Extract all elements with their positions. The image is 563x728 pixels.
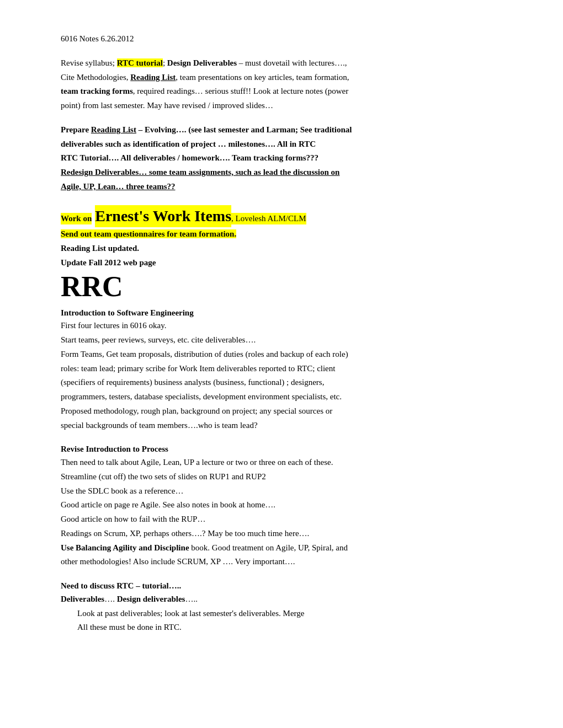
rrc-title: RRC — [61, 271, 502, 302]
line3-suffix: , required readings… serious stuff!! Loo… — [133, 87, 348, 95]
line2-suffix: , team presentations on key articles, te… — [176, 73, 349, 82]
prepare-label: Prepare — [61, 125, 91, 134]
design-deliverables-label: Design deliverables — [117, 595, 185, 603]
section4-header: Introduction to Software Engineering — [61, 307, 502, 319]
semicolon-space: ; — [163, 58, 167, 67]
reading-list-underline: Reading List — [91, 125, 136, 134]
page-content: 6016 Notes 6.26.2012 Revise syllabus; RT… — [61, 33, 502, 634]
section4-line4: roles: team lead; primary scribe for Wor… — [61, 363, 502, 375]
section4-line3: Form Teams, Get team proposals, distribu… — [61, 349, 502, 361]
section1-line4: point) from last semester. May have revi… — [61, 100, 502, 112]
section5-line4: Good article on page re Agile. See also … — [61, 499, 502, 511]
line7-suffix: book. Good treatment on Agile, UP, Spira… — [189, 543, 348, 552]
deliverables-label: Deliverables — [61, 595, 104, 603]
update-webpage: Update Fall 2012 web page — [61, 257, 502, 269]
section4-line1: First four lectures in 6016 okay. — [61, 320, 502, 332]
section5-line6: Readings on Scrum, XP, perhaps others….?… — [61, 528, 502, 540]
section5: Revise Introduction to Process Then need… — [61, 443, 502, 568]
section6-header1: Need to discuss RTC – tutorial….. — [61, 580, 502, 592]
section6-line1: Look at past deliverables; look at last … — [61, 608, 502, 620]
section5-line8: other methodologies! Also include SCRUM,… — [61, 556, 502, 568]
rtc-tutorial-text: RTC tutorial — [117, 58, 163, 67]
section1-line2: Cite Methodologies, Reading List, team p… — [61, 72, 502, 84]
reading-list-updated: Reading List updated. — [61, 243, 502, 255]
section4-line6: programmers, testers, database specialis… — [61, 391, 502, 403]
section6-line2: All these must be done in RTC. — [61, 622, 502, 634]
work-items-title-line: Work on Ernest's Work Items , Lovelesh A… — [61, 205, 502, 228]
section5-line7: Use Balancing Agility and Discipline boo… — [61, 542, 502, 554]
use-balancing-text: Use Balancing Agility and Discipline — [61, 543, 189, 552]
section2-line5: Agile, UP, Lean… three teams?? — [61, 181, 502, 193]
section2-line3: RTC Tutorial…. All deliverables / homewo… — [61, 152, 502, 164]
header-section: 6016 Notes 6.26.2012 — [61, 33, 502, 45]
design-deliverables-text: Design Deliverables — [167, 58, 237, 67]
header-title: 6016 Notes 6.26.2012 — [61, 34, 134, 43]
reading-list-text: Reading List — [130, 73, 176, 82]
work-on-label: Work on — [61, 213, 92, 225]
section2-line2: deliverables such as identification of p… — [61, 138, 502, 151]
section4-line5: (specifiers of requirements) business an… — [61, 377, 502, 389]
header2-mid: …. — [104, 595, 117, 603]
section5-line2: Streamline (cut off) the two sets of sli… — [61, 471, 502, 483]
header2-suffix: ….. — [185, 595, 198, 603]
section5-line1: Then need to talk about Agile, Lean, UP … — [61, 457, 502, 469]
section6: Need to discuss RTC – tutorial….. Delive… — [61, 580, 502, 634]
section4-line8: special backgrounds of team members….who… — [61, 420, 502, 432]
lovelesh-label: , Lovelesh ALM/CLM — [231, 213, 306, 225]
section4-line7: Proposed methodology, rough plan, backgr… — [61, 405, 502, 417]
section1: Revise syllabus; RTC tutorial; Design De… — [61, 57, 502, 112]
section2: Prepare Reading List – Evolving…. (see l… — [61, 124, 502, 193]
section5-line3: Use the SDLC book as a reference… — [61, 485, 502, 497]
section5-line5: Good article on how to fail with the RUP… — [61, 513, 502, 526]
send-out-line: Send out team questionnaires for team fo… — [61, 228, 502, 240]
cite-prefix: Cite Methodologies, — [61, 73, 130, 82]
section4-line2: Start teams, peer reviews, surveys, etc.… — [61, 334, 502, 346]
revise-prefix: Revise syllabus; — [61, 58, 117, 67]
section2-line4: Redesign Deliverables… some team assignm… — [61, 167, 502, 179]
ernest-title: Ernest's Work Items — [95, 205, 231, 228]
section2-line1: Prepare Reading List – Evolving…. (see l… — [61, 124, 502, 136]
send-out-text: Send out team questionnaires for team fo… — [61, 229, 236, 238]
team-tracking-forms-text: team tracking forms — [61, 87, 133, 95]
section1-line1: Revise syllabus; RTC tutorial; Design De… — [61, 57, 502, 69]
section5-header: Revise Introduction to Process — [61, 443, 502, 456]
line1-suffix: – must dovetail with lectures…., — [237, 58, 347, 67]
section2-line1-rest: – Evolving…. (see last semester and Larm… — [136, 125, 352, 134]
section1-line3: team tracking forms, required readings… … — [61, 85, 502, 98]
section6-header2: Deliverables…. Design deliverables….. — [61, 593, 502, 606]
section3: Work on Ernest's Work Items , Lovelesh A… — [61, 205, 502, 303]
section4: Introduction to Software Engineering Fir… — [61, 307, 502, 432]
